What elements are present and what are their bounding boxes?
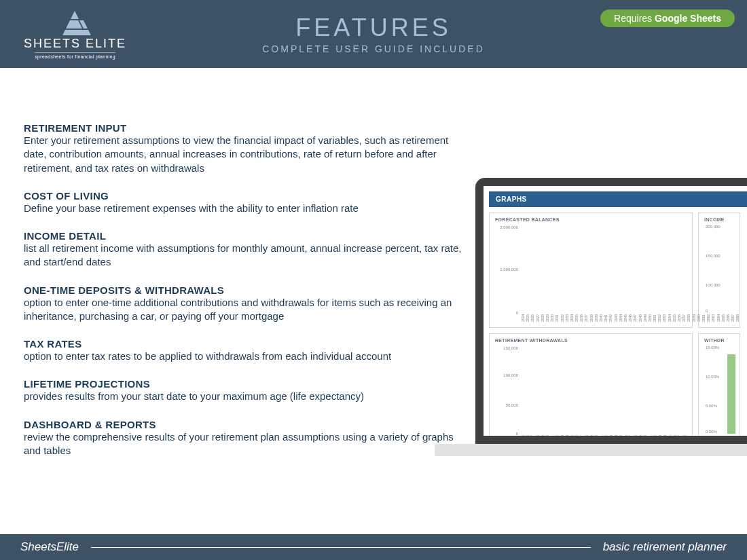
chart-withdrawal-partial: WITHDR 15.00% 10.00% 5.00% 0.00% xyxy=(698,333,740,436)
x-tick: 2065 xyxy=(668,435,672,436)
x-tick: 2047 xyxy=(580,435,584,436)
feature-desc: Define your base retirement expenses wit… xyxy=(24,202,462,215)
x-tick: 2048 xyxy=(585,435,589,436)
badge-prefix: Requires xyxy=(614,13,655,24)
badge-product: Google Sheets xyxy=(655,13,721,24)
x-tick: 2063 xyxy=(658,435,662,436)
feature-title: RETIREMENT INPUT xyxy=(24,122,462,134)
x-tick: 2040 xyxy=(545,435,549,436)
x-tick: 2036 xyxy=(526,435,530,436)
x-tick: 2047 xyxy=(633,314,637,326)
feature-title: LIFETIME PROJECTIONS xyxy=(24,378,462,390)
x-tick: 2028 xyxy=(541,314,545,326)
x-tick: 2037 xyxy=(584,314,588,326)
feature-item: RETIREMENT INPUTEnter your retirement as… xyxy=(24,122,462,175)
x-tick: 2024 xyxy=(521,314,525,326)
logo-subtitle: spreadsheets for financial planning xyxy=(35,52,115,59)
x-tick: 2035 xyxy=(521,435,525,436)
logo: SHEETS ELITE spreadsheets for financial … xyxy=(24,10,126,59)
x-tick: 2048 xyxy=(638,314,642,326)
x-tick: 2065 xyxy=(721,314,725,326)
feature-desc: option to enter tax rates to be applied … xyxy=(24,350,462,363)
chart-area: 150,000100,00050,0000 xyxy=(495,346,687,434)
x-tick: 2053 xyxy=(609,435,613,436)
svg-marker-0 xyxy=(71,11,79,19)
header: SHEETS ELITE spreadsheets for financial … xyxy=(0,0,747,68)
x-tick: 2060 xyxy=(643,435,647,436)
x-tick: 2038 xyxy=(536,435,540,436)
x-tick: 2054 xyxy=(614,435,618,436)
feature-desc: list all retirement income with assumpti… xyxy=(24,242,462,269)
footer-divider xyxy=(91,547,591,548)
footer-brand: SheetsElite xyxy=(20,540,79,554)
x-tick: 2063 xyxy=(711,314,715,326)
feature-title: DASHBOARD & REPORTS xyxy=(24,419,462,430)
x-tick: 2064 xyxy=(716,314,721,326)
chart-title: FORECASTED BALANCES xyxy=(495,217,687,222)
x-tick: 2041 xyxy=(550,435,554,436)
x-tick: 2041 xyxy=(604,314,608,326)
chart-area: 2,000,0001,000,0000 xyxy=(495,225,687,313)
x-tick: 2035 xyxy=(575,314,579,326)
svg-marker-3 xyxy=(62,30,91,35)
x-tick: 2061 xyxy=(702,314,706,326)
x-tick: 2038 xyxy=(589,314,594,326)
x-tick: 2061 xyxy=(649,435,653,436)
x-tick: 2052 xyxy=(657,314,661,326)
x-tick: 2057 xyxy=(682,314,686,326)
x-tick: 2034 xyxy=(570,314,574,326)
screen-content: GRAPHS FORECASTED BALANCES 2,000,0001,00… xyxy=(484,186,747,436)
x-tick: 2049 xyxy=(643,314,647,326)
chart-retirement-withdrawals: RETIREMENT WITHDRAWALS 150,000100,00050,… xyxy=(489,333,693,436)
page-subtitle: COMPLETE USER GUIDE INCLUDED xyxy=(262,43,484,54)
x-tick: 2029 xyxy=(545,314,549,326)
x-tick: 2036 xyxy=(579,314,583,326)
requires-badge: Requires Google Sheets xyxy=(600,10,735,27)
x-tick: 2059 xyxy=(638,435,642,436)
x-tick: 2060 xyxy=(697,314,701,326)
x-tick: 2025 xyxy=(526,314,530,326)
chart-x-labels: 2024202520262027202820292030203120322033… xyxy=(495,314,687,326)
x-tick: 2027 xyxy=(536,314,540,326)
feature-item: DASHBOARD & REPORTSreview the comprehens… xyxy=(24,419,462,458)
x-tick: 2056 xyxy=(624,435,628,436)
feature-title: INCOME DETAIL xyxy=(24,230,462,242)
x-tick: 2062 xyxy=(653,435,657,436)
footer: SheetsElite basic retirement planner xyxy=(0,534,747,560)
x-tick: 2042 xyxy=(608,314,613,326)
feature-item: COST OF LIVINGDefine your base retiremen… xyxy=(24,190,462,215)
x-tick: 2057 xyxy=(629,435,633,436)
x-tick: 2067 xyxy=(731,314,735,326)
chart-title: RETIREMENT WITHDRAWALS xyxy=(495,338,687,343)
laptop-screen: GRAPHS FORECASTED BALANCES 2,000,0001,00… xyxy=(475,178,747,444)
x-tick: 2052 xyxy=(604,435,608,436)
page-title: FEATURES xyxy=(262,14,484,42)
x-tick: 2053 xyxy=(662,314,666,326)
logo-icon xyxy=(58,10,92,35)
x-tick: 2050 xyxy=(648,314,652,326)
x-tick: 2055 xyxy=(619,435,623,436)
x-tick: 2046 xyxy=(628,314,632,326)
laptop-base xyxy=(435,444,747,456)
x-tick: 2058 xyxy=(687,314,691,326)
x-tick: 2045 xyxy=(570,435,574,436)
x-tick: 2046 xyxy=(575,435,579,436)
x-tick: 2043 xyxy=(614,314,618,326)
x-tick: 2068 xyxy=(682,435,687,436)
x-tick: 2059 xyxy=(692,314,696,326)
x-tick: 2044 xyxy=(619,314,623,326)
x-tick: 2040 xyxy=(599,314,603,326)
x-tick: 2031 xyxy=(555,314,559,326)
x-tick: 2056 xyxy=(677,314,681,326)
x-tick: 2037 xyxy=(530,435,534,436)
feature-item: ONE-TIME DEPOSITS & WITHDRAWALSoption to… xyxy=(24,284,462,324)
chart-title: INCOME xyxy=(704,217,734,222)
features-list: RETIREMENT INPUTEnter your retirement as… xyxy=(24,122,462,472)
x-tick: 2039 xyxy=(594,314,598,326)
x-tick: 2039 xyxy=(541,435,545,436)
graphs-header: GRAPHS xyxy=(489,191,747,207)
x-tick: 2051 xyxy=(600,435,604,436)
feature-desc: option to enter one-time additional cont… xyxy=(24,296,462,324)
x-tick: 2049 xyxy=(589,435,594,436)
x-tick: 2051 xyxy=(653,314,657,326)
